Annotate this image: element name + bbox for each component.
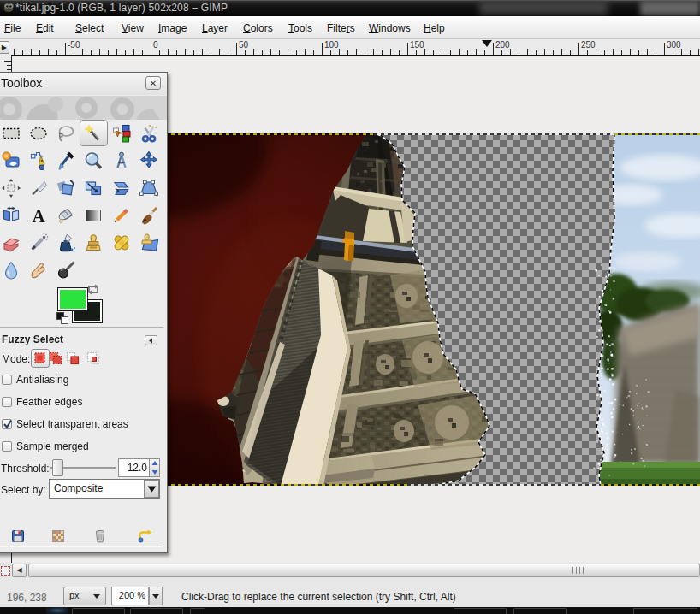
- svg-text:A: A: [32, 206, 45, 226]
